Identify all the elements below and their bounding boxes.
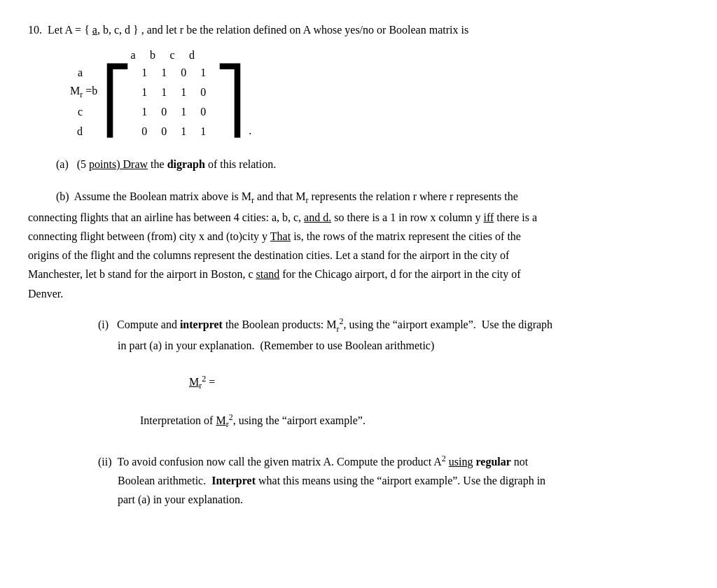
row-label-d-prefix: d: [70, 125, 83, 138]
problem-number: 10.: [28, 21, 42, 39]
cell-0-1: 1: [154, 66, 174, 79]
cell-1-3: 0: [193, 86, 213, 99]
sub-i-text: Compute and interpret the Boolean produc…: [117, 314, 552, 336]
row-label-c-prefix: c: [70, 106, 83, 118]
sub-ii-text: To avoid confusion now call the given ma…: [118, 451, 529, 472]
sub-ii-line3: part (a) in your explanation.: [118, 490, 689, 509]
set-a: a: [92, 24, 97, 36]
part-b-line5: Manchester, let b stand for the airport …: [28, 265, 689, 284]
sub-ii-label: (ii): [98, 452, 112, 471]
sub-ii-line1: (ii) To avoid confusion now call the giv…: [98, 451, 689, 472]
bracket-right: ⎤: [214, 69, 246, 132]
col-header-b: b: [143, 49, 162, 62]
cell-2-2: 1: [174, 106, 193, 118]
interp-line: Interpretation of Mr2, using the “airpor…: [140, 410, 689, 432]
part-b-line3: connecting flight between (from) city x …: [28, 227, 689, 246]
sub-part-i-line1: (i) Compute and interpret the Boolean pr…: [98, 314, 689, 336]
matrix-period: .: [249, 125, 251, 141]
matrix-grid: 1 1 0 1 1 1 1 0 1 0 1 0 0: [134, 63, 213, 141]
cell-3-3: 1: [193, 125, 213, 138]
row-label-a-prefix: a: [70, 66, 83, 79]
part-b: (b) Assume the Boolean matrix above is M…: [28, 187, 689, 509]
cell-2-0: 1: [134, 106, 154, 118]
cell-3-1: 0: [154, 125, 174, 138]
matrix-section: a b c d a Mr =b c d: [70, 49, 689, 141]
sub-part-i: (i) Compute and interpret the Boolean pr…: [98, 314, 689, 432]
cell-0-2: 0: [174, 66, 193, 79]
part-b-line4: origins of the flight and the columns re…: [28, 246, 689, 265]
formula-line: Mr2 =: [189, 372, 689, 393]
part-a: (a) (5 points) Draw the digraph of this …: [56, 155, 689, 174]
problem-header: 10. Let A = { a, b, c, d } , and let r b…: [28, 21, 689, 39]
sub-i-line2: in part (a) in your explanation. (Rememb…: [118, 336, 689, 355]
cell-1-1: 1: [154, 86, 174, 99]
bracket-left: ⎡: [102, 69, 133, 132]
mr-label: Mr =b: [70, 85, 97, 100]
matrix-row-1: 1 1 1 0: [134, 83, 213, 102]
cell-0-3: 1: [193, 66, 213, 79]
cell-3-2: 1: [174, 125, 193, 138]
matrix-row-0: 1 1 0 1: [134, 63, 213, 83]
matrix-container: a Mr =b c d ⎡ 1 1 0 1: [70, 63, 689, 141]
part-b-intro: (b) Assume the Boolean matrix above is M…: [56, 187, 689, 208]
cell-0-0: 1: [134, 66, 154, 79]
cell-3-0: 0: [134, 125, 154, 138]
cell-2-3: 0: [193, 106, 213, 118]
cell-2-1: 0: [154, 106, 174, 118]
sub-i-label: (i): [98, 315, 109, 334]
problem-intro: Let A = { a, b, c, d } , and let r be th…: [48, 21, 468, 39]
col-header-a: a: [123, 49, 143, 62]
col-header-d: d: [182, 49, 202, 62]
matrix-label-group: a Mr =b c d: [70, 63, 99, 141]
cell-1-0: 1: [134, 86, 154, 99]
matrix-col-headers: a b c d: [123, 49, 689, 62]
formula-mr: Mr: [189, 376, 202, 388]
col-header-c: c: [162, 49, 182, 62]
part-a-label: (a) (5 points) Draw the digraph of this …: [56, 158, 276, 170]
matrix-row-2: 1 0 1 0: [134, 102, 213, 122]
matrix-row-3: 0 0 1 1: [134, 122, 213, 141]
cell-1-2: 1: [174, 86, 193, 99]
sub-part-ii: (ii) To avoid confusion now call the giv…: [98, 451, 689, 510]
sub-ii-line2: Boolean arithmetic. Interpret what this …: [118, 471, 689, 490]
part-b-line6: Denver.: [28, 284, 689, 303]
part-b-line2: connecting flights that an airline has b…: [28, 208, 689, 227]
problem-10: 10. Let A = { a, b, c, d } , and let r b…: [28, 21, 689, 510]
